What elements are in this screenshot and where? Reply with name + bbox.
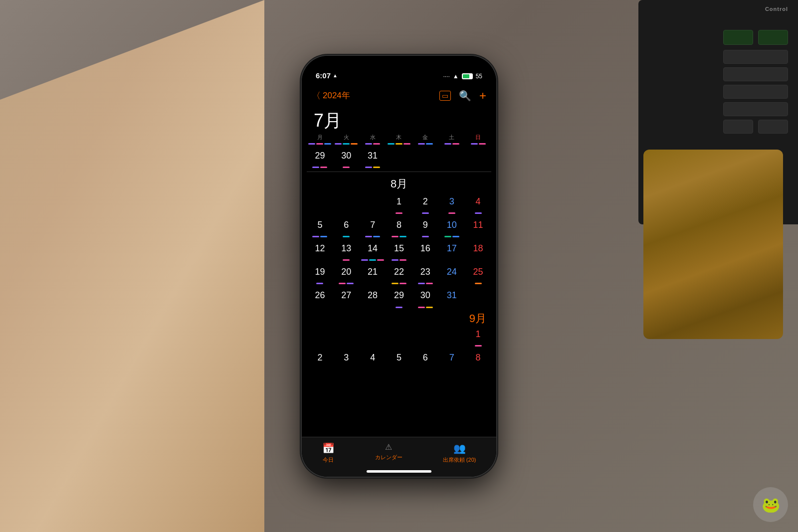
day-aug-25[interactable]: 25 — [465, 265, 491, 279]
day-aug-31[interactable]: 31 — [438, 288, 465, 303]
search-button[interactable]: 🔍 — [459, 90, 471, 102]
day-sep-4[interactable]: 4 — [360, 351, 386, 365]
day-aug-21[interactable]: 21 — [360, 265, 386, 279]
september-right-label: 9月 — [302, 311, 496, 326]
divider-july-aug — [307, 172, 491, 172]
aug-week-4-events — [302, 280, 496, 287]
august-title: 8月 — [302, 173, 496, 193]
day-aug-9[interactable]: 9 — [412, 218, 438, 232]
frog-logo: 🐸 — [753, 487, 788, 522]
aug-week-4[interactable]: 19 20 21 22 23 24 25 — [302, 264, 496, 280]
home-indicator — [367, 470, 431, 473]
dow-sat: 土 — [438, 132, 465, 143]
july-title: 7月 — [314, 109, 342, 133]
july-week-last-events — [302, 164, 496, 171]
day-aug-23[interactable]: 23 — [412, 265, 438, 279]
day-aug-11[interactable]: 11 — [465, 218, 491, 232]
aug-week-5-events — [302, 304, 496, 311]
day-aug-3[interactable]: 3 — [438, 194, 465, 209]
aug-week-5[interactable]: 26 27 28 29 30 31 - — [302, 287, 496, 304]
day-aug-19[interactable]: 19 — [307, 265, 333, 279]
day-aug-13[interactable]: 13 — [333, 241, 360, 256]
sep-week-2[interactable]: 2 3 4 5 6 7 8 — [302, 350, 496, 366]
calendar-content: 29 30 31 - - - - 8月 - — [302, 141, 496, 437]
aug-week-2[interactable]: 5 6 7 8 9 10 11 — [302, 217, 496, 233]
dow-mon: 月 — [307, 132, 333, 143]
day-aug-27[interactable]: 27 — [333, 288, 360, 303]
battery-low-icon: ▭ — [439, 91, 451, 101]
tab-today-label[interactable]: 今日 — [323, 456, 334, 464]
september-title: 9月 — [469, 312, 486, 325]
dow-fri: 金 — [412, 132, 438, 143]
tab-invitations[interactable]: 👥 出席依頼 (20) — [443, 442, 476, 464]
day-aug-26[interactable]: 26 — [307, 288, 333, 303]
july-week-last[interactable]: 29 30 31 - - - - — [302, 148, 496, 164]
day-sep-3[interactable]: 3 — [333, 351, 360, 365]
dow-wed: 水 — [360, 132, 386, 143]
dynamic-island — [369, 62, 429, 79]
tab-calendar[interactable]: ⚠ カレンダー — [375, 442, 402, 461]
day-aug-10[interactable]: 10 — [438, 218, 465, 232]
tab-calendar-label[interactable]: カレンダー — [375, 454, 402, 461]
tab-invitations-label[interactable]: 出席依頼 (20) — [443, 456, 476, 464]
day-aug-2[interactable]: 2 — [412, 194, 438, 209]
day-sep-8[interactable]: 8 — [465, 351, 491, 365]
tab-today[interactable]: 📅 今日 — [322, 442, 335, 464]
sep-week-1-events — [302, 343, 496, 350]
day-aug-4[interactable]: 4 — [465, 194, 491, 209]
day-aug-17[interactable]: 17 — [438, 241, 465, 256]
day-aug-16[interactable]: 16 — [412, 241, 438, 256]
aug-week-1-events — [302, 210, 496, 217]
day-sep-1[interactable]: 1 — [465, 327, 491, 342]
add-button[interactable]: + — [479, 89, 486, 103]
aug-week-3[interactable]: 12 13 14 15 16 17 18 — [302, 240, 496, 257]
day-aug-22[interactable]: 22 — [386, 265, 412, 279]
wood-block — [643, 150, 783, 339]
day-aug-29[interactable]: 29 — [386, 288, 412, 303]
dow-tue: 火 — [333, 132, 360, 143]
calendar-header[interactable]: 〈 2024年 ▭ 🔍 + — [302, 83, 496, 109]
day-sep-2[interactable]: 2 — [307, 351, 333, 365]
days-of-week: 月 火 水 木 金 土 日 — [302, 132, 496, 143]
nav-back[interactable]: 〈 2024年 — [312, 90, 350, 102]
day-sep-5[interactable]: 5 — [386, 351, 412, 365]
day-aug-14[interactable]: 14 — [360, 241, 386, 256]
aug-week-1[interactable]: - - - 1 2 3 4 — [302, 193, 496, 210]
day-aug-6[interactable]: 6 — [333, 218, 360, 232]
day-31[interactable]: 31 — [360, 149, 386, 163]
chevron-left-icon[interactable]: 〈 — [312, 90, 321, 102]
year-label[interactable]: 2024年 — [323, 90, 350, 101]
day-aug-24[interactable]: 24 — [438, 265, 465, 279]
day-sep-6[interactable]: 6 — [412, 351, 438, 365]
iphone-frame: 6:07 ▲ ···· ▲ 55 App Store 〈 2024年 — [302, 56, 496, 477]
nav-right-buttons: ▭ 🔍 + — [439, 89, 486, 103]
iphone-screen: 6:07 ▲ ···· ▲ 55 App Store 〈 2024年 — [302, 56, 496, 477]
day-aug-20[interactable]: 20 — [333, 265, 360, 279]
aug-week-3-events — [302, 257, 496, 264]
day-aug-15[interactable]: 15 — [386, 241, 412, 256]
dow-thu: 木 — [386, 132, 412, 143]
aug-week-2-events — [302, 233, 496, 240]
day-30[interactable]: 30 — [333, 149, 360, 163]
sep-week-1[interactable]: - - - - - - 1 — [302, 326, 496, 343]
day-aug-18[interactable]: 18 — [465, 241, 491, 256]
dow-sun: 日 — [465, 132, 491, 143]
day-sep-7[interactable]: 7 — [438, 351, 465, 365]
day-aug-5[interactable]: 5 — [307, 218, 333, 232]
day-aug-8[interactable]: 8 — [386, 218, 412, 232]
day-29[interactable]: 29 — [307, 149, 333, 163]
day-aug-12[interactable]: 12 — [307, 241, 333, 256]
day-aug-30[interactable]: 30 — [412, 288, 438, 303]
day-aug-28[interactable]: 28 — [360, 288, 386, 303]
control-label: Control — [765, 6, 788, 12]
day-aug-1[interactable]: 1 — [386, 194, 412, 209]
day-aug-7[interactable]: 7 — [360, 218, 386, 232]
